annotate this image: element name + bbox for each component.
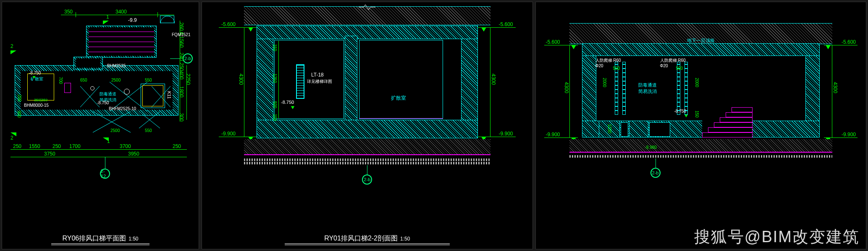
- elev-text: -9.900: [498, 131, 513, 137]
- elev-text: -9.9: [128, 17, 137, 23]
- elev-text: -9.980: [645, 145, 657, 150]
- section-flag: [103, 21, 109, 24]
- dim-text: 2500: [111, 78, 121, 82]
- dim-text: 350|350: [34, 98, 47, 102]
- section-2-panel: -5.600 -5.600 4300 4300 150 1250 500 150…: [202, 2, 533, 249]
- dim-text: 3700: [120, 143, 131, 149]
- dim-text: 500: [676, 66, 683, 71]
- dim-text: 150: [273, 44, 277, 51]
- dim-text: 240: [178, 53, 184, 61]
- elev-marker-icon: [291, 106, 294, 109]
- dim-text: 3950: [128, 151, 139, 157]
- elev-text: -9.900: [546, 132, 560, 137]
- dim-text: 550: [145, 128, 152, 133]
- dim-text: 150: [273, 114, 277, 121]
- ladder-icon: [622, 62, 626, 115]
- section-num: 1: [106, 14, 109, 20]
- dim-text: 500: [613, 66, 620, 71]
- section-wall: [345, 36, 357, 132]
- dim-text: 2250: [185, 74, 191, 85]
- stair-ref: LT-18: [311, 72, 324, 78]
- door-label: FQM1521: [172, 32, 190, 37]
- dim-text: 250400: [178, 63, 184, 79]
- dim-text: 300: [178, 113, 184, 122]
- callout-bubble: 2-b: [650, 168, 661, 178]
- dim-text: 3400: [115, 9, 127, 15]
- water-line-icon: [569, 155, 833, 158]
- room-label: 防毒通道 简易洗消: [638, 82, 657, 95]
- drawing-title: RY01排风口梯2-2剖面图1:50: [202, 234, 532, 243]
- elev-marker-icon: [481, 27, 486, 32]
- drain-icon: [124, 89, 130, 95]
- elev-text: -8.750: [29, 71, 41, 75]
- elev-text: -8.750: [281, 100, 294, 105]
- dim-text: 2500: [110, 128, 120, 133]
- callout-bubble: 2-b: [362, 174, 372, 185]
- stair-ref-note: 详见楼梯详图: [307, 79, 332, 85]
- stair-section: [702, 106, 753, 137]
- elev-text: -5.600: [546, 39, 560, 45]
- shaft-label: K11: [167, 91, 171, 99]
- dim-text: 700: [58, 77, 63, 84]
- dim-text: 1230: [607, 124, 612, 133]
- elev-marker-icon: [571, 45, 576, 49]
- dim-text: 550: [145, 78, 152, 82]
- section-wall: [257, 26, 478, 39]
- section-flag: [10, 50, 16, 54]
- elev-marker-icon: [32, 76, 35, 79]
- drawing-title: RY06排风口梯平面图1:50: [2, 234, 199, 243]
- callout-bubble: 2-12: [100, 169, 110, 179]
- watermark-text: 搜狐号@BIM改变建筑: [694, 226, 860, 248]
- break-line-icon: [359, 4, 375, 11]
- floor-layer: [244, 139, 490, 154]
- elev-marker-icon: [826, 45, 831, 49]
- dim-text: 250: [13, 143, 21, 149]
- fixture: [64, 83, 71, 93]
- elev-text: -9.900: [221, 131, 236, 137]
- pit-wall: [629, 121, 648, 137]
- dim-text: 4300: [490, 74, 496, 85]
- elev-text: -9.900: [842, 132, 856, 137]
- dim-text: 4300: [832, 82, 838, 93]
- elev-marker-icon: [684, 115, 687, 117]
- section-wall: [582, 43, 820, 56]
- equip-label: BHM2525: [107, 63, 126, 68]
- equip-label: BHFM2525-10: [109, 106, 136, 111]
- equip-label: BHM8000-15: [24, 103, 49, 108]
- ladder-icon: [684, 62, 688, 115]
- dim-text: 900: [17, 111, 21, 118]
- dim-text: 650: [80, 78, 87, 82]
- dim-text: 350: [64, 9, 73, 15]
- water-line-icon: [244, 162, 490, 164]
- drain-icon: [90, 86, 94, 90]
- louver-grille: [296, 64, 304, 99]
- dim-text: 250: [52, 143, 61, 149]
- dim-text: 200: [17, 95, 22, 102]
- elev-text: -8.750: [674, 109, 686, 114]
- water-line-icon: [244, 159, 490, 161]
- door-symbol: [160, 16, 174, 23]
- dim-text: 3750: [44, 151, 55, 157]
- elev-text: -5.600: [221, 21, 236, 27]
- dim-text: 150: [695, 111, 699, 118]
- elev-marker-icon: [248, 27, 253, 32]
- section-num: 2: [10, 135, 13, 141]
- dim-text: 500: [273, 101, 277, 108]
- dim-text: 250: [173, 143, 181, 149]
- section-num: 2: [10, 43, 13, 49]
- slab-label: 地下一层顶板: [687, 37, 715, 44]
- elev-text: -8.750: [97, 100, 109, 105]
- dim-text: 2000: [602, 78, 607, 87]
- dim-text: 4300: [238, 74, 244, 85]
- dim-text: 1250: [273, 74, 277, 83]
- dim-text: 1550: [29, 143, 40, 149]
- floor-layer: [569, 139, 833, 152]
- dim-text: 2000: [695, 78, 699, 87]
- dim-text: 1700: [69, 143, 81, 149]
- elev-text: -5.600: [498, 21, 513, 27]
- elev-text: -5.600: [842, 39, 856, 45]
- section-num: 1: [107, 138, 110, 144]
- door-arcs-lower: [76, 111, 173, 137]
- dim-text: 4300: [564, 82, 569, 93]
- section-wall: [257, 120, 478, 138]
